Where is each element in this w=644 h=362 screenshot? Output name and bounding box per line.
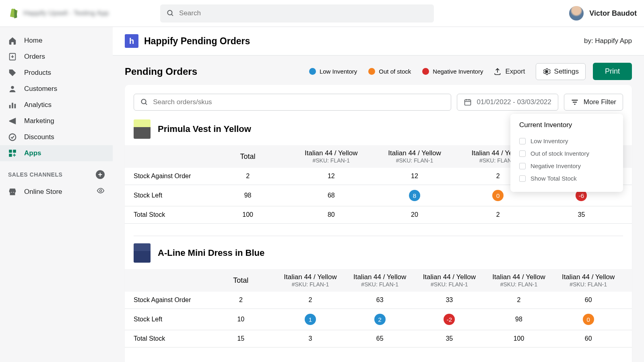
sidebar-item-label: Online Store: [24, 188, 62, 196]
more-filter-label: More Filter: [584, 98, 616, 106]
checkbox-icon[interactable]: [519, 175, 526, 182]
sidebar-item-home[interactable]: Home: [0, 33, 113, 49]
svg-point-12: [545, 70, 547, 72]
sidebar-channel-online-store[interactable]: Online Store: [0, 183, 113, 200]
legend-out: Out of stock: [368, 68, 411, 75]
cell: 2: [276, 296, 345, 304]
stock-badge: -2: [444, 314, 455, 325]
filter-option[interactable]: Low Inventory: [519, 135, 614, 147]
variant-header: Italian 44 / Yellow#SKU: FLAN-1: [553, 273, 623, 288]
sidebar: HomeOrdersProductsCustomersAnalyticsMark…: [0, 27, 113, 362]
cell: -2: [415, 314, 484, 325]
sidebar-item-products[interactable]: Products: [0, 65, 113, 81]
dot-icon: [309, 68, 316, 75]
svg-rect-8: [9, 150, 12, 152]
store-icon: [8, 187, 17, 196]
marketing-icon: [8, 117, 17, 125]
avatar[interactable]: [569, 6, 584, 21]
cell: 98: [484, 316, 554, 323]
legend-label: Negative Inventory: [433, 68, 483, 75]
customers-icon: [8, 84, 17, 93]
row-label: Stock Left: [134, 316, 206, 323]
table-row: Total Stock153653510060: [125, 330, 632, 348]
print-button[interactable]: Print: [593, 63, 632, 80]
variant-header: Italian 44 / Yellow#SKU: FLAN-1: [289, 149, 373, 164]
dot-icon: [368, 68, 375, 75]
svg-line-1: [171, 14, 173, 16]
date-range-picker[interactable]: 01/01/2022 - 03/03/2022: [457, 94, 558, 111]
checkbox-icon[interactable]: [519, 150, 526, 157]
global-search[interactable]: [160, 4, 434, 23]
export-button[interactable]: Export: [490, 68, 528, 76]
gear-icon: [543, 68, 551, 76]
table-header: TotalItalian 44 / Yellow#SKU: FLAN-1Ital…: [125, 269, 632, 292]
stock-badge: 8: [409, 190, 420, 201]
sidebar-item-label: Home: [24, 37, 42, 45]
cell: 60: [553, 335, 623, 342]
checkbox-icon[interactable]: [519, 138, 526, 144]
orders-search[interactable]: [134, 94, 451, 111]
svg-rect-15: [465, 100, 471, 105]
cell: 12: [373, 173, 456, 180]
add-channel-icon[interactable]: +: [96, 170, 105, 179]
store-name: Happify Upsell - Testing App: [23, 9, 109, 17]
checkbox-icon[interactable]: [519, 163, 526, 169]
sidebar-item-customers[interactable]: Customers: [0, 81, 113, 97]
settings-label: Settings: [554, 68, 579, 76]
svg-line-14: [145, 103, 147, 105]
cell: 80: [289, 211, 373, 218]
row-label: Stock Against Order: [134, 173, 206, 180]
total-header: Total: [206, 276, 276, 285]
sidebar-item-discounts[interactable]: Discounts: [0, 129, 113, 145]
filter-option[interactable]: Negative Inventory: [519, 160, 614, 172]
cell: 2: [484, 296, 554, 304]
home-icon: [8, 36, 17, 45]
filter-option[interactable]: Show Total Stock: [519, 172, 614, 185]
sidebar-item-analytics[interactable]: Analytics: [0, 97, 113, 113]
app-header: h Happify Pending Orders by: Happify App: [113, 27, 644, 56]
app-title: Happify Pending Orders: [144, 36, 250, 47]
search-input[interactable]: [179, 9, 427, 17]
user-name[interactable]: Victor Baudot: [589, 9, 637, 18]
option-label: Negative Inventory: [530, 162, 581, 169]
sidebar-item-label: Customers: [24, 85, 57, 93]
stock-badge: 2: [374, 314, 386, 325]
more-filter-button[interactable]: More Filter: [564, 94, 623, 111]
sidebar-item-apps[interactable]: Apps: [0, 145, 113, 161]
cell-total: 10: [206, 316, 276, 323]
row-label: Stock Left: [134, 192, 206, 199]
filter-option[interactable]: Out of stock Inventory: [519, 147, 614, 160]
dot-icon: [422, 68, 429, 75]
cell: 100: [484, 335, 554, 342]
cell-total: 15: [206, 335, 276, 342]
stock-badge: 1: [305, 314, 316, 325]
cell: 63: [345, 296, 415, 304]
byline: by: Happify App: [584, 37, 632, 45]
settings-button[interactable]: Settings: [536, 63, 586, 80]
product-thumb: [134, 243, 151, 263]
product-thumb: [134, 119, 151, 139]
variant-header: Italian 44 / Yellow#SKU: FLAN-1: [345, 273, 415, 288]
section-label: SALES CHANNELS: [8, 171, 62, 178]
legend-label: Low Inventory: [320, 68, 357, 75]
cell: 2: [345, 314, 415, 325]
dropdown-title: Current Inventory: [519, 121, 614, 129]
eye-icon[interactable]: [97, 187, 105, 197]
cell: 65: [345, 335, 415, 342]
sidebar-item-marketing[interactable]: Marketing: [0, 113, 113, 129]
variant-header: Italian 44 / Yellow#SKU: FLAN-1: [484, 273, 554, 288]
topbar: Happify Upsell - Testing App Victor Baud…: [0, 0, 644, 27]
row-label: Total Stock: [134, 211, 206, 218]
variant-header: Italian 44 / Yellow#SKU: FLAN-1: [415, 273, 484, 288]
sidebar-item-label: Analytics: [24, 101, 52, 109]
cell-total: 2: [206, 296, 276, 304]
svg-rect-6: [14, 104, 16, 108]
cell: 12: [289, 173, 373, 180]
svg-point-13: [141, 99, 146, 104]
orders-search-input[interactable]: [153, 98, 444, 106]
variant-header: Italian 44 / Yellow#SKU: FLAN-1: [373, 149, 456, 164]
app-badge-icon: h: [125, 34, 138, 48]
filter-dropdown: Current Inventory Low InventoryOut of st…: [510, 114, 623, 192]
page-title: Pending Orders: [125, 66, 197, 77]
sidebar-item-orders[interactable]: Orders: [0, 49, 113, 65]
